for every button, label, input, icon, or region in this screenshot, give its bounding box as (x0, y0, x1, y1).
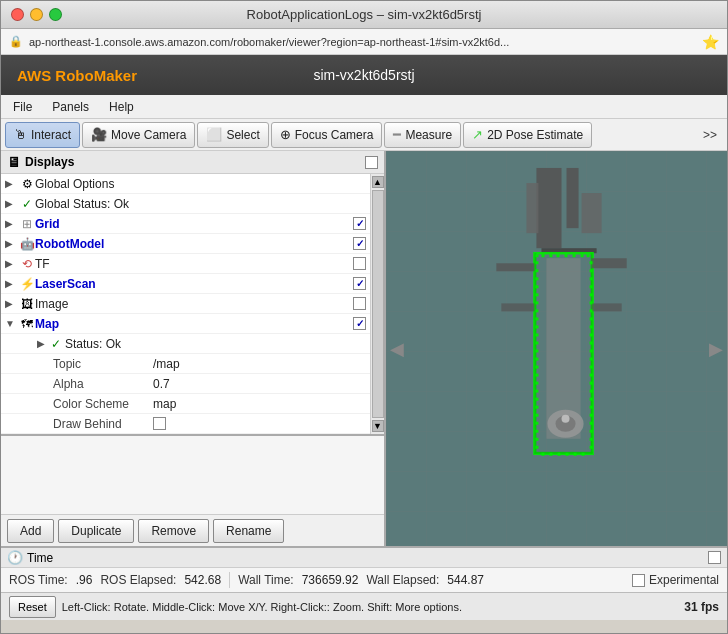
measure-button[interactable]: ━ Measure (384, 122, 461, 148)
menu-file[interactable]: File (5, 98, 40, 116)
tree-item-laserscan[interactable]: ▶ ⚡ LaserScan ✓ (1, 274, 370, 294)
svg-rect-56 (590, 382, 593, 385)
prop-color-scheme-label: Color Scheme (53, 397, 153, 411)
close-button[interactable] (11, 8, 24, 21)
draw-behind-checkbox[interactable] (153, 417, 166, 430)
tree-item-global-options[interactable]: ▶ ⚙ Global Options (1, 174, 370, 194)
svg-rect-48 (590, 350, 593, 353)
prop-alpha-value[interactable]: 0.7 (153, 377, 170, 391)
wall-elapsed-label: Wall Elapsed: (366, 573, 439, 587)
arrow-grid: ▶ (5, 218, 19, 229)
label-robotmodel: RobotModel (35, 237, 353, 251)
tree-item-image[interactable]: ▶ 🖼 Image (1, 294, 370, 314)
window-controls[interactable] (11, 8, 62, 21)
interact-label: Interact (31, 128, 71, 142)
move-camera-icon: 🎥 (91, 127, 107, 142)
image-checkbox[interactable] (353, 297, 366, 310)
toolbar-more-button[interactable]: >> (697, 128, 723, 142)
app-header: AWS RoboMaker sim-vx2kt6d5rstj (1, 55, 727, 95)
prop-color-scheme-value[interactable]: map (153, 397, 176, 411)
svg-rect-72 (541, 453, 544, 456)
displays-title: Displays (25, 155, 74, 169)
panels-row: 🖥 Displays ▶ ⚙ Global Options ▶ (1, 151, 727, 546)
svg-rect-44 (590, 333, 593, 336)
displays-checkbox[interactable] (365, 156, 378, 169)
move-camera-button[interactable]: 🎥 Move Camera (82, 122, 195, 148)
svg-rect-27 (535, 277, 538, 280)
tree-item-map-status[interactable]: ▶ ✓ Status: Ok (1, 334, 370, 354)
grid-checkbox[interactable]: ✓ (353, 217, 366, 230)
displays-header: 🖥 Displays (1, 151, 384, 174)
add-button[interactable]: Add (7, 519, 54, 543)
reset-button[interactable]: Reset (9, 596, 56, 618)
label-tf: TF (35, 257, 353, 271)
rename-button[interactable]: Rename (213, 519, 284, 543)
svg-rect-77 (582, 453, 585, 456)
scroll-down-button[interactable]: ▼ (372, 420, 384, 432)
svg-rect-3 (582, 193, 602, 233)
svg-rect-18 (541, 254, 544, 257)
svg-rect-73 (549, 453, 552, 456)
duplicate-button[interactable]: Duplicate (58, 519, 134, 543)
time-separator-1 (229, 572, 230, 588)
svg-rect-75 (566, 453, 569, 456)
url-text[interactable]: ap-northeast-1.console.aws.amazon.com/ro… (29, 36, 696, 48)
ros-time-label: ROS Time: (9, 573, 68, 587)
svg-rect-37 (590, 317, 593, 320)
svg-rect-78 (590, 446, 593, 449)
map-checkbox[interactable]: ✓ (353, 317, 366, 330)
prop-draw-behind: Draw Behind (1, 414, 370, 434)
scroll-thumb[interactable] (372, 190, 384, 418)
focus-camera-button[interactable]: ⊕ Focus Camera (271, 122, 383, 148)
label-map-status: Status: Ok (65, 337, 366, 351)
svg-rect-22 (573, 254, 576, 257)
tree-item-robotmodel[interactable]: ▶ 🤖 RobotModel ✓ (1, 234, 370, 254)
measure-label: Measure (405, 128, 452, 142)
label-grid: Grid (35, 217, 353, 231)
tf-icon: ⟲ (19, 257, 35, 271)
pose-estimate-button[interactable]: ↗ 2D Pose Estimate (463, 122, 592, 148)
menu-panels[interactable]: Panels (44, 98, 97, 116)
time-checkbox[interactable] (708, 551, 721, 564)
svg-rect-20 (557, 254, 560, 257)
tree-item-grid[interactable]: ▶ ⊞ Grid ✓ (1, 214, 370, 234)
minimize-button[interactable] (30, 8, 43, 21)
bookmark-icon[interactable]: ⭐ (702, 34, 719, 50)
experimental-checkbox[interactable] (632, 574, 645, 587)
menu-help[interactable]: Help (101, 98, 142, 116)
svg-rect-29 (535, 293, 538, 296)
url-bar: 🔒 ap-northeast-1.console.aws.amazon.com/… (1, 29, 727, 55)
prop-topic-value[interactable]: /map (153, 357, 180, 371)
svg-rect-46 (535, 341, 538, 344)
time-values-row: ROS Time: .96 ROS Elapsed: 542.68 Wall T… (1, 568, 727, 592)
scroll-up-button[interactable]: ▲ (372, 176, 384, 188)
session-id: sim-vx2kt6d5rstj (313, 67, 414, 83)
tree-scrollbar[interactable]: ▲ ▼ (370, 174, 384, 434)
svg-rect-30 (590, 261, 593, 264)
arrow-global-status: ▶ (5, 198, 19, 209)
wall-elapsed-value: 544.87 (447, 573, 484, 587)
tree-item-global-status[interactable]: ▶ ✓ Global Status: Ok (1, 194, 370, 214)
svg-rect-70 (590, 438, 593, 441)
laserscan-checkbox[interactable]: ✓ (353, 277, 366, 290)
tree-item-map[interactable]: ▼ 🗺 Map ✓ (1, 314, 370, 334)
svg-rect-17 (535, 254, 538, 257)
arrow-map-status: ▶ (37, 338, 51, 349)
svg-rect-32 (590, 277, 593, 280)
svg-rect-49 (590, 358, 593, 361)
maximize-button[interactable] (49, 8, 62, 21)
remove-button[interactable]: Remove (138, 519, 209, 543)
svg-rect-1 (567, 168, 579, 228)
robotmodel-icon: 🤖 (19, 237, 35, 251)
label-global-options: Global Options (35, 177, 366, 191)
svg-rect-13 (592, 258, 627, 268)
select-button[interactable]: ⬜ Select (197, 122, 268, 148)
tf-checkbox[interactable] (353, 257, 366, 270)
app-brand: AWS RoboMaker (17, 67, 137, 84)
robotmodel-checkbox[interactable]: ✓ (353, 237, 366, 250)
svg-rect-63 (590, 406, 593, 409)
tree-item-tf[interactable]: ▶ ⟲ TF (1, 254, 370, 274)
viewport-panel[interactable]: ◀ ▶ (386, 151, 727, 546)
interact-button[interactable]: 🖱 Interact (5, 122, 80, 148)
arrow-image: ▶ (5, 298, 19, 309)
